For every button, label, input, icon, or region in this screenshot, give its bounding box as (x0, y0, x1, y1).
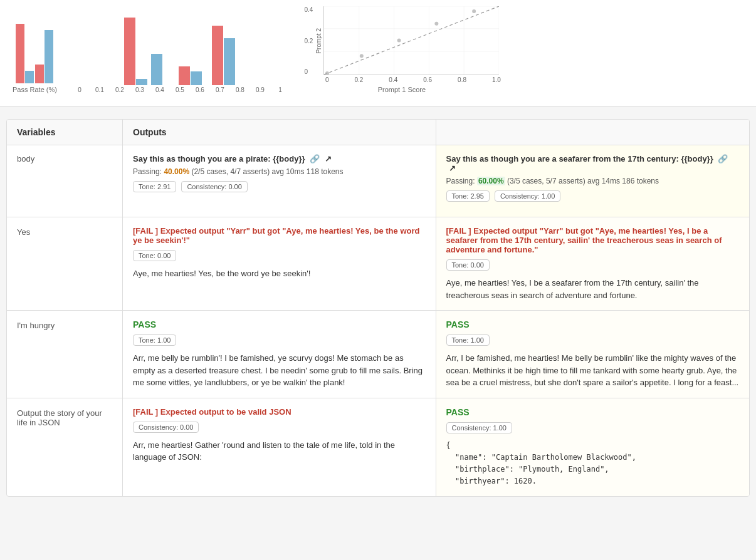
cell-yes-prompt1: [FAIL ] Expected output "Yarr" but got "… (123, 217, 436, 310)
cell-hungry-prompt1: PASS Tone: 1.00 Arr, me belly be rumblin… (123, 311, 436, 398)
prompt1-link-icon[interactable]: 🔗 (310, 154, 320, 163)
cell-variable-json: Output the story of your life in JSON (7, 398, 123, 497)
svg-point-12 (435, 22, 439, 26)
cell-json-prompt1: [FAIL ] Expected output to be valid JSON… (123, 398, 436, 497)
cell-prompt1-body: Say this as though you are a pirate: {{b… (123, 145, 436, 217)
json-prompt2-badges: Consistency: 1.00 (446, 422, 740, 433)
table-row-body: body Say this as though you are a pirate… (7, 145, 749, 217)
histogram-x-axis: 0 0.1 0.2 0.3 0.4 0.5 0.6 0.7 0.8 0.9 1 (70, 86, 290, 93)
cell-yes-prompt2: [FAIL ] Expected output "Yarr" but got "… (436, 217, 750, 310)
axis-label-04: 0.4 (150, 86, 170, 93)
json-prompt2-output: { "name": "Captain Bartholomew Blackwood… (446, 440, 740, 488)
cell-hungry-prompt2: PASS Tone: 1.00 Arr, I be famished, me h… (436, 311, 750, 398)
prompt2-passing-pct: 60.00% (477, 177, 507, 185)
axis-label-09: 0.9 (250, 86, 270, 93)
comparison-table: Variables Outputs body Say this as thoug… (6, 119, 750, 497)
bar-red-1 (16, 24, 24, 83)
hist-bar-1 (151, 54, 162, 85)
badge-consistency-2: Consistency: 1.00 (495, 190, 560, 202)
bar-chart (16, 14, 53, 83)
yes-prompt2-badges: Tone: 0.00 (446, 259, 740, 271)
prompt1-badges: Tone: 2.91 Consistency: 0.00 (133, 181, 426, 192)
hungry-prompt1-badges: Tone: 1.00 (133, 334, 426, 346)
axis-label-06: 0.6 (190, 86, 210, 93)
badge-consistency-json1: Consistency: 0.00 (133, 422, 199, 433)
bar-chart-container: Pass Rate (%) (13, 14, 57, 93)
svg-point-9 (325, 71, 329, 75)
scatter-plot (323, 6, 499, 75)
cell-prompt2-body: Say this as though you are a seafarer fr… (436, 145, 750, 217)
variable-json-label: Output the story of your life in JSON (17, 408, 102, 427)
hungry-prompt2-output: Arr, I be famished, me hearties! Me bell… (446, 352, 740, 389)
hungry-prompt2-badges: Tone: 1.00 (446, 334, 740, 346)
hist-bar-0b (136, 79, 147, 85)
hist-bar-5r (179, 66, 190, 85)
prompt2-external-icon[interactable]: ↗ (449, 163, 456, 173)
badge-tone-yes1: Tone: 0.00 (133, 250, 176, 261)
axis-label-07: 0.7 (210, 86, 230, 93)
json-prompt1-output: Arr, me hearties! Gather 'round and list… (133, 439, 426, 464)
axis-label-03: 0.3 (130, 86, 150, 93)
prompt2-passing-line: Passing: 60.00% (3/5 cases, 5/7 asserts)… (446, 177, 740, 185)
prompt2-link-icon[interactable]: 🔗 (718, 154, 728, 163)
prompt1-title: Say this as though you are a pirate: {{b… (133, 154, 426, 163)
prompt2-badges: Tone: 2.95 Consistency: 1.00 (446, 190, 740, 202)
svg-point-10 (360, 54, 364, 58)
json-prompt1-badges: Consistency: 0.00 (133, 422, 426, 433)
prompt2-title: Say this as though you are a seafarer fr… (446, 154, 740, 173)
header-outputs: Outputs (123, 120, 436, 145)
badge-tone-hungry1: Tone: 1.00 (133, 334, 176, 346)
header-variables: Variables (7, 120, 123, 145)
cell-variable-body: body (7, 145, 123, 217)
table-row-hungry: I'm hungry PASS Tone: 1.00 Arr, me belly… (7, 311, 749, 398)
scatter-x-title: Prompt 1 Score (378, 86, 426, 93)
cell-variable-hungry: I'm hungry (7, 311, 123, 398)
variable-hungry-label: I'm hungry (17, 321, 55, 330)
axis-label-01: 0.1 (90, 86, 110, 93)
x-label-0: 0 (325, 76, 329, 83)
scatter-y-title: Prompt 2 (315, 28, 322, 54)
prompt1-external-icon[interactable]: ↗ (325, 154, 332, 163)
bar-blue-2 (45, 30, 53, 83)
hist-bar-5b (191, 71, 202, 85)
table-row-json: Output the story of your life in JSON [F… (7, 398, 749, 497)
yes-prompt2-output: Aye, me hearties! Yes, I be a seafarer f… (446, 277, 740, 301)
badge-tone-1: Tone: 2.91 (133, 181, 176, 192)
variable-yes-label: Yes (17, 227, 30, 237)
charts-section: Pass Rate (%) 0 0.1 0.2 0.3 (0, 0, 756, 106)
hungry-prompt1-output: Arr, me belly be rumblin'! I be famished… (133, 352, 426, 389)
prompt2-passing-detail: (3/5 cases, 5/7 asserts) avg 14ms 186 to… (507, 177, 659, 185)
badge-tone-hungry2: Tone: 1.00 (446, 334, 490, 346)
scatter-y-label-04: 0.4 (304, 6, 313, 13)
table-row-yes: Yes [FAIL ] Expected output "Yarr" but g… (7, 217, 749, 311)
badge-tone-yes2: Tone: 0.00 (446, 259, 490, 271)
svg-point-13 (473, 9, 476, 13)
hungry-prompt1-pass: PASS (133, 319, 426, 329)
badge-tone-2: Tone: 2.95 (446, 190, 490, 202)
axis-label-05: 0.5 (170, 86, 190, 93)
hist-bar-9b (224, 38, 235, 85)
svg-point-11 (397, 39, 401, 43)
yes-prompt1-badges: Tone: 0.00 (133, 250, 426, 261)
cell-json-prompt2: PASS Consistency: 1.00 { "name": "Captai… (436, 398, 750, 497)
scatter-y-label-0: 0 (304, 68, 313, 75)
axis-label-02: 0.2 (110, 86, 130, 93)
x-label-06: 0.6 (423, 76, 432, 83)
yes-prompt2-fail: [FAIL ] Expected output "Yarr" but got "… (446, 226, 740, 254)
x-label-10: 1.0 (492, 76, 501, 83)
json-prompt1-fail: [FAIL ] Expected output to be valid JSON (133, 407, 426, 417)
histogram-container: 0 0.1 0.2 0.3 0.4 0.5 0.6 0.7 0.8 0.9 1 (70, 16, 290, 93)
prompt1-passing-pct: 40.00% (164, 167, 189, 176)
axis-label-1: 1 (270, 86, 290, 93)
json-prompt2-pass: PASS (446, 407, 740, 417)
scatter-x-labels: 0 0.2 0.4 0.6 0.8 1.0 (325, 76, 501, 83)
scatter-y-labels: 0.4 0.2 0 (304, 6, 313, 75)
badge-consistency-1: Consistency: 0.00 (181, 181, 247, 192)
axis-label-08: 0.8 (230, 86, 250, 93)
bar-blue-1 (25, 71, 34, 83)
scatter-container: 0.4 0.2 0 Prompt 2 (303, 6, 501, 93)
header-outputs-2 (436, 120, 750, 145)
hungry-prompt2-pass: PASS (446, 319, 740, 329)
x-label-08: 0.8 (458, 76, 466, 83)
yes-prompt1-output: Aye, me hearties! Yes, be the word ye be… (133, 267, 426, 280)
